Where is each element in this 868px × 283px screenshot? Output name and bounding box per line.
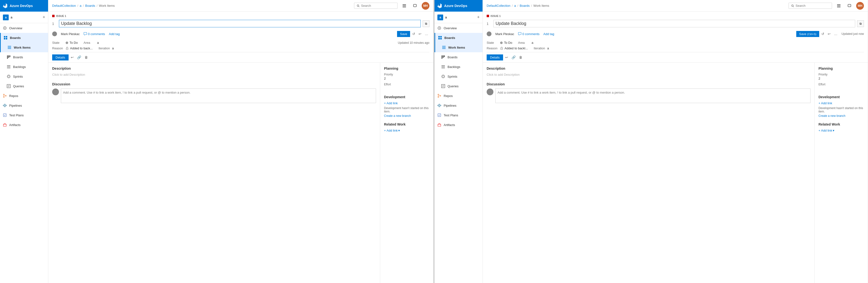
save-button-left[interactable]: Save [397,31,410,37]
comment-avatar-right [487,88,493,95]
reason-value-left[interactable]: Added to back... [70,47,93,50]
title-input-left[interactable] [59,20,421,27]
create-branch-link-left[interactable]: Create a new branch [384,114,429,118]
refresh-button-left[interactable]: ↺ [411,31,416,37]
user-avatar-right[interactable]: MH [856,2,864,10]
more-button-right[interactable]: … [833,31,839,37]
search-box-left[interactable] [354,3,398,9]
breadcrumb-boards-left[interactable]: Boards [85,4,95,7]
description-placeholder-right[interactable]: Click to add Description [487,73,810,77]
view-toggle-right[interactable] [835,2,843,10]
breadcrumb-defaultcollection-left[interactable]: DefaultCollection [52,4,76,7]
topbar-left: DefaultCollection / a / Boards / Work It… [48,0,433,11]
details-tab-right[interactable]: Details [487,54,503,60]
pipelines-label-left: Pipelines [9,104,22,107]
effort-value-right[interactable] [818,87,864,90]
copy-title-button-right[interactable]: ⧉ [857,20,864,27]
sidebar-item-sprints-right[interactable]: Sprints [434,72,483,81]
sidebar-item-overview-left[interactable]: Overview [0,23,48,33]
add-tag-left[interactable]: Add tag [109,32,120,36]
comments-link-right[interactable]: 0 comments [518,32,539,36]
priority-value-right[interactable]: 2 [818,77,864,80]
sidebar-item-testplans-left[interactable]: Test Plans [0,110,48,120]
save-button-right[interactable]: Save (Ctrl+S) [796,31,819,37]
effort-value-left[interactable] [384,87,429,90]
sidebar-item-backlogs-left[interactable]: Backlogs [0,62,48,72]
sidebar-item-artifacts-left[interactable]: Artifacts [0,120,48,130]
planning-title-left: Planning [384,66,429,70]
reason-value-right[interactable]: Added to backl... [504,47,528,50]
add-tag-right[interactable]: Add tag [544,32,554,36]
related-add-link-left[interactable]: + Add link ▾ [384,129,429,132]
discussion-section-right: Discussion [487,82,810,103]
add-link-button-right[interactable]: + Add link [818,101,864,105]
refresh-button-right[interactable]: ↺ [820,31,826,37]
state-field-right: State To Do [487,41,512,45]
state-value-left[interactable]: To Do [69,41,78,45]
more-button-left[interactable]: … [424,31,429,37]
sidebar-item-overview-right[interactable]: Overview [434,23,483,33]
add-project-button-right[interactable]: + [477,15,479,20]
svg-rect-6 [4,38,5,39]
sidebar-item-testplans-right[interactable]: Test Plans [434,110,483,120]
related-add-link-right[interactable]: + Add link ▾ [818,129,864,132]
sidebar-item-workitems-right[interactable]: Work Items [434,43,483,52]
title-input-right[interactable] [493,20,855,27]
add-project-button-left[interactable]: + [42,15,45,20]
breadcrumb-defaultcollection-right[interactable]: DefaultCollection [487,4,510,7]
delete-tab-left[interactable]: 🗑 [83,54,89,60]
comment-input-right[interactable] [495,88,810,103]
svg-rect-48 [438,38,440,39]
create-branch-link-right[interactable]: Create a new branch [818,114,864,118]
sidebar-item-boards2-left[interactable]: Boards [0,52,48,62]
breadcrumb-boards-right[interactable]: Boards [520,4,530,7]
history-tab-right[interactable]: ↩ [504,54,509,60]
breadcrumb-a-left[interactable]: a [80,4,82,7]
breadcrumb-a-right[interactable]: a [514,4,516,7]
link-tab-left[interactable]: 🔗 [76,54,82,60]
sidebar-item-pipelines-right[interactable]: Pipelines [434,101,483,110]
copy-title-button-left[interactable]: ⧉ [423,20,429,27]
undo-button-right[interactable]: ↩ [827,31,832,37]
add-link-button-left[interactable]: + Add link [384,101,429,105]
work-item-header-left: ISSUE 1 1 ⧉ Mark Pleskac 0 comments [48,11,433,63]
sidebar-item-sprints-left[interactable]: Sprints [0,72,48,81]
description-placeholder-left[interactable]: Click to add Description [52,73,376,77]
search-input-right[interactable] [796,4,829,7]
sidebar-item-queries-right[interactable]: Queries [434,81,483,91]
iteration-field-right: Iteration a [534,47,549,50]
sidebar-item-pipelines-left[interactable]: Pipelines [0,101,48,110]
notifications-right[interactable] [845,2,853,10]
svg-point-3 [4,28,5,29]
iteration-value-right[interactable]: a [547,47,549,50]
state-value-right[interactable]: To Do [504,41,512,45]
history-tab-left[interactable]: ↩ [69,54,75,60]
notifications-left[interactable] [411,2,419,10]
area-value-right[interactable]: a [532,41,533,45]
user-avatar-left[interactable]: MH [422,2,429,10]
sidebar-item-boards-right[interactable]: Boards [434,33,483,43]
sidebar-item-boards-left[interactable]: Boards [0,33,48,43]
delete-tab-right[interactable]: 🗑 [518,54,524,60]
sidebar-item-backlogs-right[interactable]: Backlogs [434,62,483,72]
iteration-value-left[interactable]: a [112,47,114,50]
svg-point-71 [439,106,440,107]
details-tab-left[interactable]: Details [52,54,69,60]
sidebar-item-repos-right[interactable]: Repos [434,91,483,101]
sidebar-item-queries-left[interactable]: Queries [0,81,48,91]
comment-input-left[interactable] [61,88,376,103]
svg-rect-58 [441,68,445,68]
area-value-left[interactable]: a [97,41,99,45]
view-toggle-left[interactable] [400,2,408,10]
priority-value-left[interactable]: 2 [384,77,429,80]
sidebar-item-artifacts-right[interactable]: Artifacts [434,120,483,130]
search-box-right[interactable] [788,3,832,9]
search-input-left[interactable] [361,4,395,7]
undo-button-left[interactable]: ↩ [417,31,423,37]
link-tab-right[interactable]: 🔗 [510,54,517,60]
sidebar-item-repos-left[interactable]: Repos [0,91,48,101]
comments-link-left[interactable]: 0 comments [84,32,105,36]
sidebar-item-boards2-right[interactable]: Boards [434,52,483,62]
pipelines-icon-left [3,104,7,107]
sidebar-item-workitems-left[interactable]: Work Items [0,43,48,52]
